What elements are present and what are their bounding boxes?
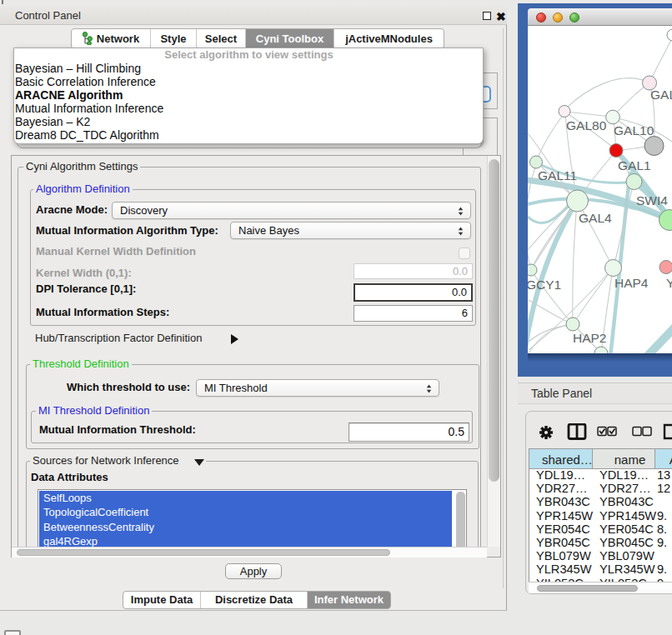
svg-text:Y: Y (666, 276, 672, 290)
svg-text:HAP4: HAP4 (614, 276, 649, 290)
svg-text:GCY1: GCY1 (528, 278, 561, 292)
svg-text:GAL11: GAL11 (538, 168, 577, 182)
svg-text:GAL80: GAL80 (566, 118, 607, 132)
svg-text:GAL4: GAL4 (579, 211, 612, 225)
svg-text:GAL1: GAL1 (618, 158, 651, 172)
svg-text:HAP2: HAP2 (573, 331, 607, 345)
svg-text:GAL10: GAL10 (614, 123, 654, 138)
svg-text:SWI4: SWI4 (636, 193, 668, 208)
svg-text:GAL7: GAL7 (650, 88, 672, 102)
